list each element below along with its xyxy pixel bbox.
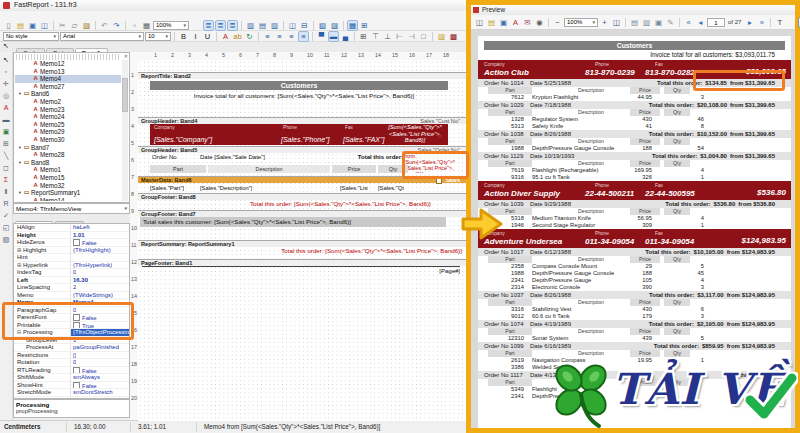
tree-band-item[interactable]: ▾▭Band8 <box>15 159 121 167</box>
band-tool-icon[interactable]: ▬ <box>1 114 12 125</box>
edit-page-icon[interactable]: ✎ <box>665 17 676 28</box>
band-caption-groupfooter8[interactable]: GroupFooter: Band8 <box>138 193 468 200</box>
object-selector[interactable]: Memo4: TfrxMemoView ▾ <box>13 203 130 214</box>
checkbox-icon[interactable] <box>73 367 80 374</box>
tree-band-item[interactable]: ▾▭Band6 <box>15 90 121 98</box>
underline-icon[interactable]: U <box>202 31 213 42</box>
tree-memo-item[interactable]: AMemo29 <box>15 128 121 136</box>
property-row-rtlreading[interactable]: RTLReadingFalse <box>14 367 129 375</box>
page-number-input[interactable]: 1 <box>707 18 725 27</box>
frame-right-icon[interactable]: ⊣ <box>406 31 417 42</box>
close-icon[interactable]: ✕ <box>124 53 128 59</box>
undo-icon[interactable]: ↶ <box>99 20 110 31</box>
zoom-select[interactable]: 100%▾ <box>153 21 189 30</box>
property-row-left[interactable]: Left16.30 <box>14 277 129 285</box>
italic-icon[interactable]: I <box>190 31 201 42</box>
order-total-expr[interactable]: Total this order: [Sum(<Sales."Qty">*<Sa… <box>250 200 431 207</box>
tree-band-item[interactable]: ▾▭Band7 <box>15 144 121 152</box>
order-date-memo[interactable]: Date [Sales."Sale Date"] <box>200 153 265 162</box>
open-icon[interactable]: ▤ <box>486 17 497 28</box>
zoom-tool-icon[interactable]: ◎ <box>1 90 12 101</box>
picture-tool-icon[interactable]: ▣ <box>1 126 12 137</box>
phone-expr[interactable]: [Sales."Phone"] <box>281 136 330 143</box>
ole-tool-icon[interactable]: ◱ <box>1 222 12 233</box>
send-to-back-icon[interactable]: ▨ <box>329 20 340 31</box>
property-row-hint[interactable]: Hint <box>14 254 129 262</box>
property-row-linespacing[interactable]: LineSpacing2 <box>14 284 129 292</box>
prev-page-icon[interactable]: ◂ <box>695 17 706 28</box>
band-caption-reportsummary[interactable]: ReportSummary: ReportSummary1 <box>138 240 468 247</box>
subreport-tool-icon[interactable]: ⊞ <box>1 138 12 149</box>
ungroup-icon[interactable]: ▦ <box>141 20 152 31</box>
property-row-hyperlink[interactable]: ⊞Hyperlink(TfrxHyperlink) <box>14 262 129 270</box>
property-row-highlight[interactable]: ⊞Highlight(TfrxHighlight) <box>14 247 129 255</box>
col-price-memo[interactable]: Price <box>332 165 376 173</box>
export-pdf-icon[interactable]: A <box>510 17 521 28</box>
order-total-label-memo[interactable]: Total this order: <box>303 153 403 162</box>
property-row-showhint[interactable]: ShowHintFalse <box>14 382 129 390</box>
checkbox-tool-icon[interactable]: ✓ <box>1 210 12 221</box>
outline-icon[interactable]: ▤ <box>629 17 640 28</box>
frame-all-icon[interactable]: ⊞ <box>358 31 369 42</box>
align-centers-icon[interactable]: ▤ <box>257 20 268 31</box>
email-icon[interactable]: ✉ <box>522 17 533 28</box>
align-right-edges-icon[interactable]: ▥ <box>269 20 280 31</box>
gradient-tool-icon[interactable]: ▧ <box>1 234 12 245</box>
font-select[interactable]: Arial▾ <box>60 32 144 41</box>
toolbar-text-icon[interactable]: ≣ <box>215 20 226 31</box>
hand-tool-icon[interactable]: ✛ <box>1 78 12 89</box>
page-setup-icon[interactable]: ▣ <box>653 17 664 28</box>
tree-memo-item[interactable]: AMemo1 <box>15 166 121 174</box>
qty-expr[interactable]: [Sales."Qty <box>378 183 404 193</box>
band-caption-pagefooter[interactable]: PageFooter: Band1 <box>138 259 468 266</box>
frame-top-icon[interactable]: ⊤ <box>370 31 381 42</box>
bold-icon[interactable]: B <box>178 31 189 42</box>
property-row-memo[interactable]: Memo(TWideStrings) <box>14 292 129 300</box>
tree-memo-item[interactable]: AMemo14 <box>15 197 121 201</box>
style-select[interactable]: No style▾ <box>3 32 59 41</box>
line-tool-icon[interactable]: ╲ <box>1 150 12 161</box>
select-tool-icon[interactable]: ↖ <box>1 54 12 65</box>
band-caption-groupheader4[interactable]: GroupHeader: Band4Sales."Cust No" <box>138 117 468 124</box>
frame-bottom-icon[interactable]: ⊥ <box>382 31 393 42</box>
property-row-halign[interactable]: HAlignhaLeft <box>14 224 129 232</box>
open-report-icon[interactable]: ▤ <box>15 20 26 31</box>
tree-memo-item[interactable]: AMemo12 <box>15 60 121 68</box>
design-title-memo[interactable]: Customers <box>150 81 448 90</box>
tree-scrollbar[interactable] <box>122 60 128 201</box>
property-row-restrictions[interactable]: Restrictions[] <box>14 352 129 360</box>
customer-total-expr[interactable]: Total sales this customer: [Sum(<Sales."… <box>140 217 446 227</box>
band-caption-groupfooter7[interactable]: GroupFooter: Band7 <box>138 210 468 217</box>
fill-color-icon[interactable]: ▨ <box>436 31 447 42</box>
description-expr[interactable]: [Sales."Description"] <box>200 183 252 193</box>
toolbar-frame-icon[interactable]: ≣ <box>227 20 238 31</box>
save-icon[interactable]: ▣ <box>498 17 509 28</box>
tree-memo-item[interactable]: AMemo27 <box>15 83 121 91</box>
paste-icon[interactable]: ▨ <box>81 20 92 31</box>
tree-memo-item[interactable]: AMemo28 <box>15 151 121 159</box>
property-row-processat[interactable]: ProcessAtpaGroupFinished <box>14 344 129 352</box>
checkbox-icon[interactable] <box>73 382 80 389</box>
find-icon[interactable]: ◉ <box>534 17 545 28</box>
last-page-icon[interactable]: » <box>756 17 767 28</box>
snap-to-grid-icon[interactable]: ⊞ <box>359 20 370 31</box>
company-expr[interactable]: [Sales."Company"] <box>154 136 212 143</box>
align-justify-icon[interactable]: ≡ <box>298 31 309 42</box>
frame-none-icon[interactable]: □ <box>418 31 429 42</box>
text-tool-icon[interactable]: A <box>1 102 12 113</box>
whole-page-icon[interactable]: ◫ <box>611 17 622 28</box>
report-summary-expr[interactable]: Total this order: [Sum(<Sales."Qty">*<Sa… <box>238 247 462 254</box>
design-page[interactable]: ReportTitle: Band2 Customers Invoice tot… <box>138 60 468 421</box>
frame-color-icon[interactable]: ▩ <box>448 31 459 42</box>
tree-memo-item[interactable]: AMemo23 <box>15 106 121 114</box>
cursor-tool-icon[interactable]: ↖ <box>3 42 9 50</box>
space-vertically-icon[interactable]: ⊟ <box>299 20 310 31</box>
text-view-icon[interactable]: T <box>774 17 785 28</box>
new-report-icon[interactable]: ▯ <box>3 20 14 31</box>
font-color-icon[interactable]: A <box>220 31 231 42</box>
align-left-edges-icon[interactable]: ▥ <box>245 20 256 31</box>
col-part-memo[interactable]: Part <box>150 165 206 173</box>
col-description-memo[interactable]: Description <box>208 165 330 173</box>
print-icon[interactable]: ◫ <box>474 17 485 28</box>
tree-band-item[interactable]: ▾▭ReportSummary1 <box>15 189 121 197</box>
